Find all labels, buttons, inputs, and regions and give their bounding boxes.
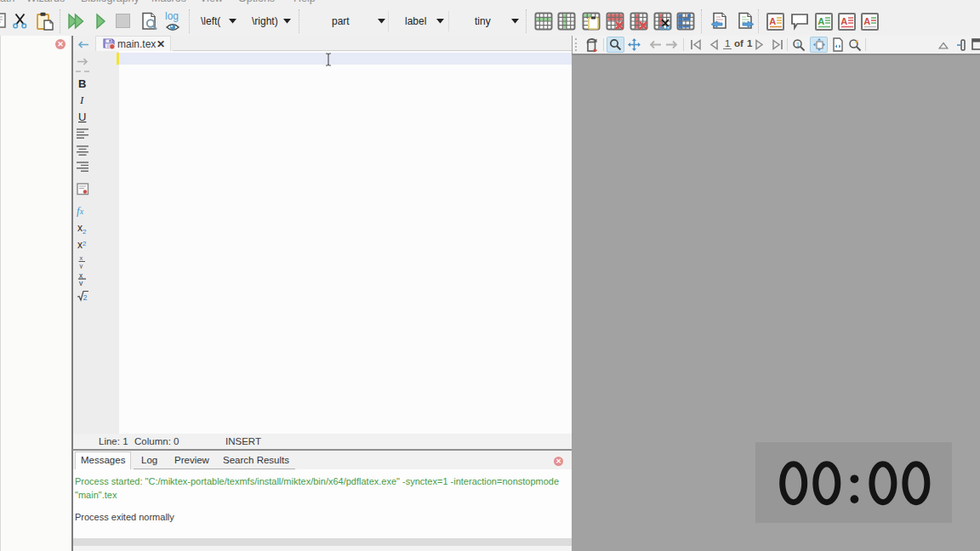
svg-text:1: 1 (796, 42, 800, 48)
svg-text:y: y (80, 262, 83, 269)
svg-text:log: log (165, 10, 179, 22)
svg-text:2: 2 (83, 293, 88, 302)
svg-text:A: A (769, 16, 776, 26)
svg-text:x: x (80, 254, 83, 262)
svg-text:A: A (840, 16, 847, 26)
svg-text:y: y (79, 279, 83, 287)
svg-text:A: A (818, 16, 824, 26)
svg-text:A: A (863, 16, 870, 26)
